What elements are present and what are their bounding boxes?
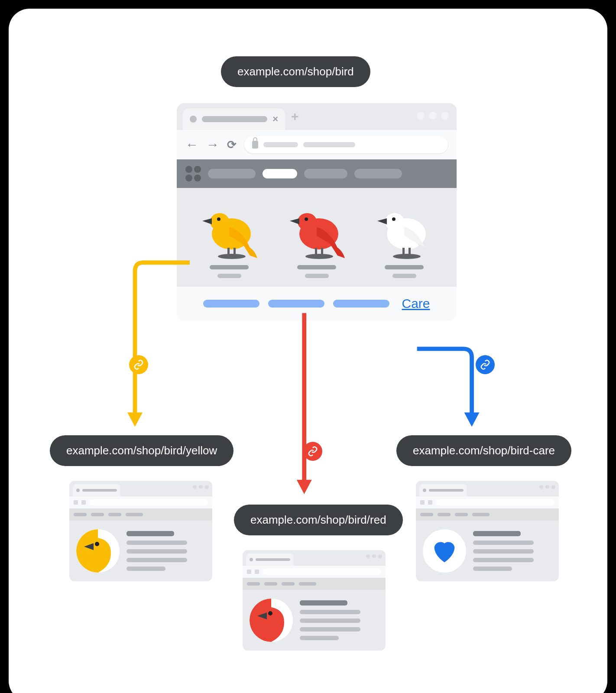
url-text: example.com/shop/bird-care	[413, 444, 555, 457]
product-sub-placeholder	[392, 274, 416, 278]
url-placeholder	[263, 142, 298, 147]
footer-link[interactable]	[268, 300, 324, 308]
reload-icon[interactable]: ⟳	[227, 138, 237, 152]
avatar-heart	[423, 529, 466, 573]
mini-toolbar	[416, 496, 559, 508]
diagram-canvas: example.com/shop/bird × + ← → ⟳	[9, 9, 607, 693]
mini-site-nav	[243, 578, 386, 590]
address-bar[interactable]	[244, 136, 448, 153]
site-footer-nav: Care	[177, 287, 457, 321]
url-pill-care: example.com/shop/bird-care	[396, 435, 571, 466]
content-lines	[126, 531, 187, 571]
product-title-placeholder	[385, 265, 424, 269]
url-pill-yellow: example.com/shop/bird/yellow	[50, 435, 233, 466]
tab-title-placeholder	[202, 116, 267, 122]
nav-item[interactable]	[304, 169, 347, 178]
footer-link-care[interactable]: Care	[402, 296, 430, 311]
nav-item-active[interactable]	[263, 169, 297, 178]
content-lines	[473, 531, 534, 571]
url-pill-root: example.com/shop/bird	[221, 56, 370, 87]
browser-toolbar: ← → ⟳	[177, 130, 457, 159]
svg-point-11	[305, 254, 333, 259]
svg-point-17	[393, 254, 421, 259]
product-title-placeholder	[297, 265, 336, 269]
svg-point-13	[385, 213, 404, 230]
svg-point-1	[210, 213, 229, 230]
mini-content	[416, 521, 559, 581]
mini-tab-bar	[416, 481, 559, 496]
link-icon	[303, 442, 322, 461]
footer-link[interactable]	[333, 300, 389, 308]
bird-icon-white	[374, 200, 434, 261]
nav-item[interactable]	[208, 169, 256, 178]
back-icon[interactable]: ←	[185, 137, 198, 152]
avatar-red-bird	[250, 599, 293, 642]
mini-content	[69, 521, 212, 581]
site-nav-bar	[177, 159, 457, 188]
footer-link[interactable]	[203, 300, 259, 308]
url-text: example.com/shop/bird	[237, 65, 354, 78]
tab-favicon	[190, 116, 197, 123]
mini-tab	[419, 484, 467, 496]
window-controls[interactable]	[417, 112, 449, 120]
mini-browser-red	[243, 550, 386, 651]
svg-point-2	[217, 217, 220, 221]
mini-tab	[246, 554, 294, 566]
mini-site-nav	[416, 508, 559, 521]
svg-point-5	[218, 254, 246, 259]
mini-content	[243, 590, 386, 651]
svg-marker-18	[127, 412, 143, 427]
mini-toolbar	[69, 496, 212, 508]
url-placeholder	[303, 142, 355, 147]
product-white-bird[interactable]	[367, 200, 441, 278]
mini-site-nav	[69, 508, 212, 521]
mini-browser-yellow	[69, 481, 212, 581]
url-pill-red: example.com/shop/bird/red	[234, 505, 403, 535]
mini-toolbar	[243, 566, 386, 578]
avatar-yellow-bird	[76, 529, 120, 573]
product-yellow-bird[interactable]	[192, 200, 266, 278]
mini-tab-bar	[69, 481, 212, 496]
product-sub-placeholder	[305, 274, 329, 278]
main-browser-window: × + ← → ⟳	[177, 103, 457, 321]
new-tab-icon[interactable]: +	[291, 109, 299, 124]
link-icon	[476, 355, 495, 374]
url-text: example.com/shop/bird/yellow	[66, 444, 217, 457]
svg-point-24	[268, 611, 272, 615]
mini-browser-care	[416, 481, 559, 581]
svg-marker-20	[464, 412, 480, 427]
url-text: example.com/shop/bird/red	[250, 513, 386, 526]
forward-icon[interactable]: →	[206, 137, 219, 152]
svg-point-7	[298, 213, 317, 230]
product-red-bird[interactable]	[280, 200, 353, 278]
nav-item[interactable]	[354, 169, 402, 178]
site-logo-icon	[185, 166, 201, 181]
lock-icon	[252, 141, 258, 149]
browser-tab[interactable]: ×	[183, 108, 285, 130]
mini-tab	[73, 484, 120, 496]
browser-tab-bar: × +	[177, 103, 457, 130]
content-lines	[300, 600, 360, 640]
bird-icon-red	[286, 200, 347, 261]
close-icon[interactable]: ×	[272, 113, 278, 125]
svg-marker-19	[297, 480, 312, 494]
svg-point-22	[95, 542, 99, 546]
bird-icon-yellow	[199, 200, 259, 261]
product-grid	[177, 188, 457, 287]
svg-point-8	[305, 217, 308, 221]
product-title-placeholder	[210, 265, 249, 269]
svg-point-14	[392, 217, 396, 221]
link-icon	[129, 355, 148, 374]
product-sub-placeholder	[217, 274, 241, 278]
mini-tab-bar	[243, 550, 386, 566]
